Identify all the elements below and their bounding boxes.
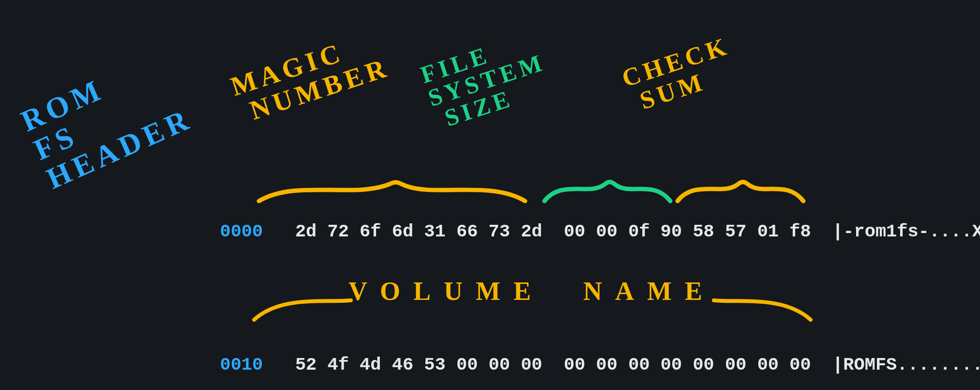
offset-0: 0000 [220, 221, 263, 242]
brace-checksum [675, 174, 806, 203]
hexdump-row-0: 0000 2d 72 6f 6d 31 66 73 2d 00 00 0f 90… [198, 201, 980, 242]
filesystem-size-label: FILE SYSTEM SIZE [418, 27, 556, 133]
volume-name-label: VOLUME NAME [348, 276, 715, 306]
romfs-header-label: ROM FS HEADER [16, 45, 197, 195]
volume-arc-left [252, 286, 353, 325]
hexbytes-0: 2d 72 6f 6d 31 66 73 2d 00 00 0f 90 58 5… [295, 221, 811, 242]
checksum-label: CHECK SUM [619, 32, 741, 117]
volume-arc-right [711, 286, 813, 325]
hexdump-row-1: 0010 52 4f 4d 46 53 00 00 00 00 00 00 00… [198, 334, 980, 375]
ascii-0: |-rom1fs-....XW..| [832, 221, 980, 242]
brace-magic [256, 174, 528, 203]
ascii-1: |ROMFS...........| [832, 355, 980, 375]
magic-number-label: MAGIC NUMBER [227, 26, 393, 128]
offset-1: 0010 [220, 355, 263, 375]
hexbytes-1: 52 4f 4d 46 53 00 00 00 00 00 00 00 00 0… [295, 355, 811, 375]
brace-size [542, 174, 673, 203]
